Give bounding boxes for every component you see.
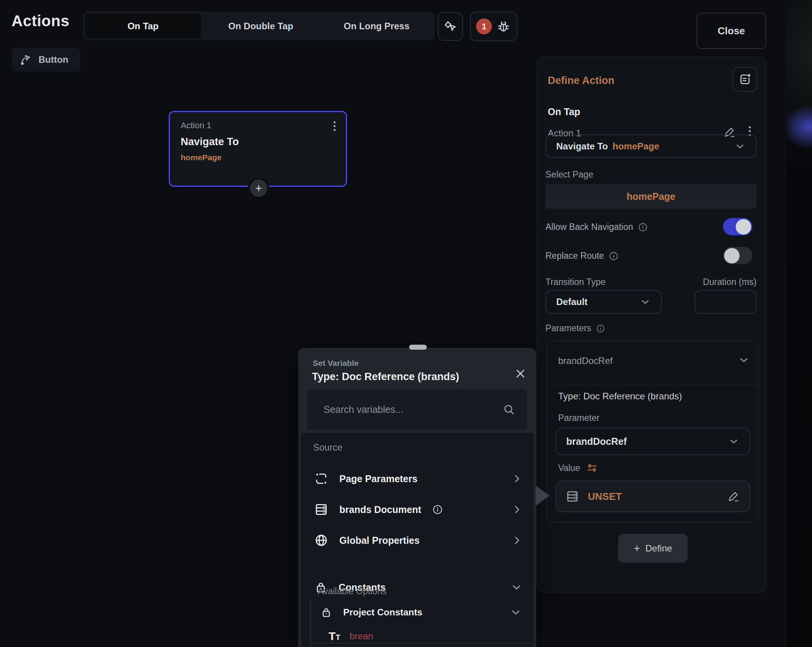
- value-label: Value: [558, 463, 580, 473]
- parameter-label: Parameter: [558, 413, 599, 423]
- constant-item-brean[interactable]: TT brean: [310, 625, 533, 647]
- page-parameters-icon: [314, 471, 329, 486]
- source-item-label: brands Document: [339, 504, 421, 515]
- tab-on-double-tap[interactable]: On Double Tap: [203, 12, 319, 40]
- action-card-target: homePage: [181, 153, 221, 162]
- action-type-dropdown[interactable]: Navigate To homePage: [545, 134, 757, 158]
- allow-back-toggle[interactable]: [723, 218, 752, 235]
- parameter-type-label: Type: Doc Reference (brands): [558, 391, 682, 402]
- action-card[interactable]: Action 1 Navigate To homePage: [169, 111, 347, 187]
- globe-icon: [314, 533, 329, 548]
- toggle-knob: [724, 248, 740, 263]
- variable-source-list: Source Page Parameters: [300, 432, 534, 647]
- project-constants-label: Project Constants: [343, 607, 422, 618]
- transition-type-dropdown[interactable]: Default: [545, 290, 662, 314]
- add-action-list-button[interactable]: [733, 67, 757, 92]
- plus-icon: +: [634, 542, 640, 555]
- action-type-label: Navigate To: [556, 141, 608, 152]
- parameter-group-name: brandDocRef: [558, 355, 612, 366]
- search-icon[interactable]: [502, 403, 515, 416]
- source-item-label: Global Properties: [339, 535, 419, 546]
- error-count-badge: 1: [476, 18, 492, 34]
- chevron-down-icon: [639, 296, 651, 308]
- actions-editor-overlay: Actions On Tap On Double Tap On Long Pre…: [0, 0, 812, 647]
- action-card-index: Action 1: [181, 121, 211, 131]
- project-constants-item[interactable]: Project Constants: [310, 602, 533, 623]
- modal-eyebrow: Set Variable: [313, 359, 359, 368]
- trigger-tabbar: On Tap On Double Tap On Long Press: [83, 12, 435, 40]
- chevron-down-icon: [728, 436, 740, 447]
- chevron-down-icon: [510, 606, 522, 619]
- document-plus-icon: [738, 72, 752, 86]
- parameters-label: Parameters: [545, 323, 591, 334]
- available-options-label: Available Options: [318, 586, 387, 597]
- modal-title: Type: Doc Reference (brands): [312, 371, 459, 383]
- replace-route-label: Replace Route: [545, 251, 604, 261]
- toggle-knob: [736, 219, 751, 235]
- action-card-menu-icon[interactable]: [330, 121, 339, 131]
- set-variable-modal: Set Variable Type: Doc Reference (brands…: [298, 348, 536, 647]
- source-item-page-parameters[interactable]: Page Parameters: [301, 466, 534, 491]
- parameters-row: Parameters: [545, 323, 605, 334]
- debug-panel-button[interactable]: 1: [470, 12, 517, 41]
- chevron-right-icon: [511, 473, 523, 484]
- source-item-brands-document[interactable]: brands Document: [301, 497, 534, 522]
- define-action-panel: Define Action On Tap Action 1 Navigate T…: [537, 57, 767, 592]
- chevron-down-icon: [510, 581, 523, 593]
- parameter-dropdown[interactable]: brandDocRef: [555, 427, 750, 455]
- close-button[interactable]: Close: [696, 13, 766, 49]
- cursor-connector-icon: [19, 53, 32, 66]
- background-app-strip: [786, 0, 812, 647]
- database-icon: [314, 502, 329, 517]
- replace-route-toggle[interactable]: [723, 247, 752, 264]
- info-icon[interactable]: [609, 251, 619, 261]
- action-card-title: Navigate To: [181, 136, 239, 148]
- info-icon[interactable]: [638, 222, 648, 232]
- parameters-box: brandDocRef Type: Doc Reference (brands)…: [547, 340, 758, 522]
- define-parameter-button[interactable]: + Define: [618, 534, 688, 563]
- close-icon[interactable]: [514, 367, 527, 380]
- info-icon[interactable]: [596, 324, 605, 333]
- constant-item-label: brean: [350, 631, 373, 642]
- tab-on-long-press[interactable]: On Long Press: [319, 12, 435, 40]
- tab-on-tap[interactable]: On Tap: [85, 13, 201, 39]
- source-section-label: Source: [313, 442, 342, 453]
- divider: [309, 643, 534, 644]
- action-type-value: homePage: [612, 141, 659, 152]
- parameter-value: brandDocRef: [566, 436, 627, 447]
- source-item-label: Page Parameters: [339, 473, 418, 484]
- duration-input[interactable]: [695, 290, 757, 314]
- widget-chip-label: Button: [39, 54, 68, 65]
- transition-type-label: Transition Type: [545, 277, 606, 287]
- select-page-label: Select Page: [545, 169, 593, 180]
- add-action-button[interactable]: +: [250, 179, 267, 197]
- action-flow-button[interactable]: [438, 12, 463, 41]
- duration-label: Duration (ms): [664, 277, 757, 287]
- define-button-label: Define: [645, 543, 672, 554]
- modal-drag-handle[interactable]: [409, 345, 427, 350]
- selected-page-button[interactable]: homePage: [545, 184, 757, 209]
- text-type-icon: TT: [329, 630, 341, 642]
- edit-value-icon[interactable]: [727, 490, 740, 503]
- source-item-global-properties[interactable]: Global Properties: [301, 528, 534, 553]
- value-row: Value: [558, 462, 598, 474]
- allow-back-row: Allow Back Navigation: [545, 222, 648, 232]
- diamond-cursor-icon: [443, 19, 458, 34]
- search-input[interactable]: [324, 404, 502, 415]
- panel-trigger-label: On Tap: [548, 106, 580, 117]
- chevron-right-icon: [511, 535, 523, 546]
- replace-route-row: Replace Route: [545, 251, 619, 261]
- page-title: Actions: [12, 12, 69, 30]
- modal-pointer-arrow: [536, 486, 550, 506]
- chevron-right-icon: [511, 504, 523, 515]
- divider: [547, 385, 758, 385]
- define-action-title: Define Action: [548, 75, 614, 87]
- transition-type-value: Default: [556, 297, 587, 307]
- database-icon: [565, 489, 579, 503]
- value-unset-field[interactable]: UNSET: [555, 481, 750, 512]
- widget-chip-button[interactable]: Button: [12, 48, 80, 72]
- chevron-down-icon[interactable]: [738, 354, 750, 366]
- bug-icon: [496, 19, 511, 34]
- info-icon[interactable]: [432, 504, 443, 515]
- variable-search-box: [307, 389, 527, 429]
